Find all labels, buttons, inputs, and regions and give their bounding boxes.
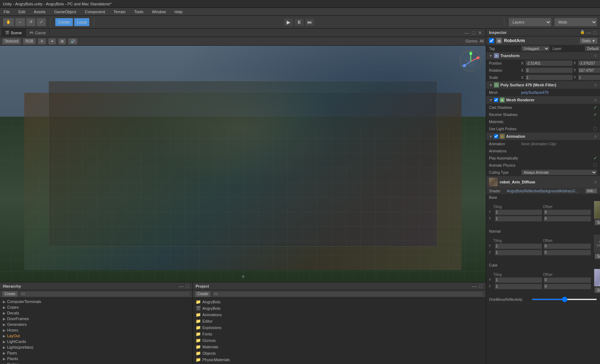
list-item[interactable]: 📁 AngryBots	[193, 299, 486, 305]
list-item[interactable]: 📁 Materials	[193, 344, 486, 350]
menu-edit[interactable]: Edit	[16, 9, 27, 15]
play-btn[interactable]: ▶	[283, 18, 293, 26]
mesh-renderer-header[interactable]: ▼ ▦ Mesh Renderer ⚙	[486, 96, 600, 104]
menu-terrain[interactable]: Terrain	[111, 9, 128, 15]
base-select-btn[interactable]: Select	[595, 219, 600, 225]
list-item[interactable]: ▶ Decals	[0, 310, 192, 316]
mesh-renderer-enable[interactable]	[494, 98, 498, 102]
rgb-btn[interactable]: RGB	[23, 38, 36, 45]
hierarchy-minimize[interactable]: —	[178, 283, 185, 289]
transform-section-header[interactable]: ▼ ⊕ Transform ⚙	[486, 52, 600, 60]
move-tool[interactable]: ↔	[15, 18, 25, 26]
normal-y-offset-input[interactable]	[544, 250, 591, 256]
object-active-checkbox[interactable]	[489, 38, 494, 43]
list-item[interactable]: ▶ ComputerTerminals	[0, 299, 192, 304]
list-item[interactable]: ▶ DoorFrames	[0, 316, 192, 322]
hierarchy-create-btn[interactable]: Create	[2, 291, 18, 297]
cube-select-btn[interactable]: Select	[595, 287, 600, 293]
audio-btn[interactable]: 🔊	[68, 38, 77, 45]
menu-component[interactable]: Component	[82, 9, 107, 15]
one-minus-slider[interactable]	[532, 299, 597, 300]
animation-enable[interactable]	[494, 134, 498, 138]
transform-gear-icon[interactable]: ⚙	[594, 54, 597, 58]
cube-y-offset-input[interactable]	[544, 284, 591, 289]
menu-window[interactable]: Window	[150, 9, 168, 15]
project-create-btn[interactable]: Create	[195, 291, 211, 297]
list-item[interactable]: 📁 Objects	[193, 350, 486, 357]
project-minimize[interactable]: —	[472, 283, 478, 289]
menu-tools[interactable]: Tools	[132, 9, 146, 15]
hierarchy-search[interactable]	[19, 291, 190, 297]
menu-assets[interactable]: Assets	[32, 9, 48, 15]
inspector-minimize[interactable]: —	[586, 30, 592, 35]
rotate-tool[interactable]: ↺	[26, 18, 36, 26]
cube-y-tiling-input[interactable]	[495, 284, 542, 289]
list-item[interactable]: 📁 PhysicMaterials	[193, 357, 486, 363]
list-item[interactable]: ▶ Railing	[0, 362, 192, 364]
material-gear-icon[interactable]: ⚙	[594, 180, 597, 184]
animation-section-header[interactable]: ▼ ▷ Animation ⚙	[486, 133, 600, 140]
base-y-offset-input[interactable]	[544, 216, 591, 222]
pause-btn[interactable]: ⏸	[294, 18, 304, 26]
list-item[interactable]: 📁 Explosions	[193, 324, 486, 331]
normal-y-tiling-input[interactable]	[495, 250, 542, 256]
list-item[interactable]: ▶ LayOut	[0, 333, 192, 339]
pos-y-input[interactable]	[578, 60, 600, 66]
base-x-offset-input[interactable]	[544, 209, 591, 215]
mesh-renderer-gear-icon[interactable]: ⚙	[594, 98, 597, 102]
list-item[interactable]: ▶ Hoses	[0, 327, 192, 333]
scene-btn1[interactable]: ⊞	[58, 38, 66, 45]
scale-tool[interactable]: ⤢	[36, 18, 46, 26]
list-item[interactable]: ▶ LightCards	[0, 339, 192, 344]
step-btn[interactable]: ⏭	[305, 18, 315, 26]
list-item[interactable]: 📁 Animations	[193, 312, 486, 318]
project-maximize[interactable]: □	[479, 283, 483, 289]
scale-x-input[interactable]	[525, 75, 573, 80]
fx-btn[interactable]: ✦	[48, 38, 56, 45]
space-local-btn[interactable]: Local	[74, 18, 90, 26]
tag-select[interactable]: Untagged	[521, 46, 550, 51]
scene-close-btn[interactable]: ✕	[477, 30, 483, 36]
list-item[interactable]: 📁 Editor	[193, 318, 486, 324]
list-item[interactable]: 📁 Gizmos	[193, 337, 486, 344]
tab-scene[interactable]: 🎬 Scene	[1, 29, 26, 37]
tab-game[interactable]: 🎮 Game	[26, 29, 50, 37]
mesh-filter-gear-icon[interactable]: ⚙	[594, 83, 597, 87]
list-item[interactable]: ▶ Generators	[0, 322, 192, 327]
normal-x-offset-input[interactable]	[544, 243, 591, 249]
pivot-center-btn[interactable]: Center	[55, 18, 73, 26]
inspector-maximize[interactable]: □	[593, 30, 597, 35]
list-item[interactable]: ▶ Plants	[0, 356, 192, 362]
shader-edit-btn[interactable]: Edit...	[585, 188, 597, 193]
layers-select[interactable]: Layers	[509, 18, 551, 26]
base-x-tiling-input[interactable]	[495, 209, 542, 215]
menu-file[interactable]: File	[1, 9, 12, 15]
layer-select[interactable]: Default	[585, 46, 600, 51]
normal-x-tiling-input[interactable]	[495, 243, 542, 249]
list-item[interactable]: ▶ Pipes	[0, 350, 192, 356]
culling-select[interactable]: Always Animate	[521, 170, 597, 175]
normal-texture-thumb[interactable]: None (Texture)	[594, 235, 600, 253]
viewport[interactable]: x y z ⊕	[0, 46, 486, 282]
list-item[interactable]: 📁 Fonts	[193, 331, 486, 337]
mesh-filter-header[interactable]: ▼ ▭ Poly Surface 479 (Mesh Filter) ⚙	[486, 81, 600, 89]
list-item[interactable]: 🎬 AngryBots	[193, 305, 486, 312]
scale-y-input[interactable]	[578, 75, 600, 80]
project-search[interactable]	[212, 291, 484, 297]
scene-maximize-btn[interactable]: □	[472, 30, 476, 36]
cube-texture-thumb[interactable]	[594, 269, 600, 287]
orientation-gizmo[interactable]: x y z	[458, 49, 483, 74]
base-texture-thumb[interactable]	[594, 201, 600, 219]
shading-mode-btn[interactable]: Textured	[2, 38, 21, 45]
lock-icon[interactable]: 🔒	[580, 30, 585, 35]
list-item[interactable]: ▶ Crates	[0, 304, 192, 310]
rot-x-input[interactable]	[525, 67, 573, 73]
hand-tool[interactable]: ✋	[3, 18, 14, 26]
animation-gear-icon[interactable]: ⚙	[594, 135, 597, 138]
cube-x-offset-input[interactable]	[544, 277, 591, 283]
hierarchy-content[interactable]: ▶ ComputerTerminals ▶ Crates ▶ Decals ▶ …	[0, 298, 192, 364]
menu-gameobject[interactable]: GameObject	[52, 9, 79, 15]
normal-select-btn[interactable]: Select	[595, 253, 600, 259]
static-badge[interactable]: Static ▼	[580, 38, 597, 44]
base-y-tiling-input[interactable]	[495, 216, 542, 222]
